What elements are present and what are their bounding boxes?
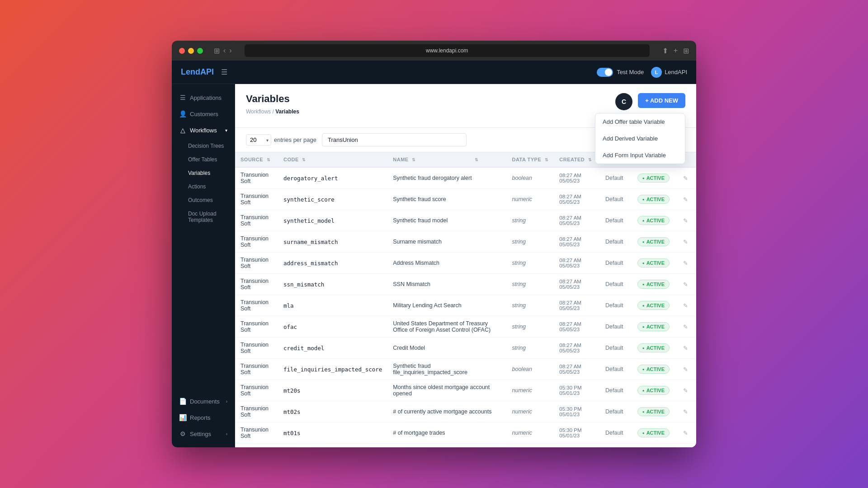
sidebar-item-settings[interactable]: ⚙ Settings ›	[172, 426, 235, 442]
table-row[interactable]: Transunion Soft ssn_mismatch SSN Mismatc…	[235, 274, 696, 295]
sidebar-item-documents[interactable]: 📄 Documents ›	[172, 393, 235, 409]
table-row[interactable]: Transunion Soft ofac United States Depar…	[235, 316, 696, 338]
toggle-switch[interactable]	[597, 68, 613, 77]
back-button[interactable]: ‹	[223, 47, 226, 55]
cell-edit-9[interactable]: ✎	[675, 359, 696, 380]
dropdown-item-form-input[interactable]: Add Form Input Variable	[595, 147, 685, 164]
cell-created-0: 08:27 AM 05/05/23	[554, 167, 600, 189]
cell-edit-10[interactable]: ✎	[675, 380, 696, 401]
edit-icon-3[interactable]: ✎	[680, 238, 691, 246]
col-source[interactable]: SOURCE ⇅	[235, 152, 278, 167]
status-badge-2: ACTIVE	[637, 216, 670, 225]
search-input[interactable]	[322, 133, 467, 146]
address-bar[interactable]: www.lendapi.com	[245, 44, 650, 57]
col-code[interactable]: CODE ⇅	[278, 152, 387, 167]
cell-edit-11[interactable]: ✎	[675, 401, 696, 422]
cell-created-6: 08:27 AM 05/05/23	[554, 295, 600, 316]
cell-edit-1[interactable]: ✎	[675, 189, 696, 210]
minimize-button[interactable]	[188, 48, 194, 54]
sidebar-item-reports[interactable]: 📊 Reports	[172, 409, 235, 426]
cell-edit-5[interactable]: ✎	[675, 274, 696, 295]
close-button[interactable]	[179, 48, 185, 54]
cell-edit-3[interactable]: ✎	[675, 231, 696, 253]
sidebar-label-documents: Documents	[190, 398, 220, 405]
col-created[interactable]: CREATED ⇅	[554, 152, 600, 167]
col-name[interactable]: NAME ⇅	[387, 152, 467, 167]
edit-icon-11[interactable]: ✎	[680, 408, 691, 416]
cell-code-4: address_mismatch	[278, 253, 387, 274]
table-row[interactable]: Transunion Soft file_inquiries_impacted_…	[235, 359, 696, 380]
edit-icon-6[interactable]: ✎	[680, 301, 691, 310]
status-badge-12: ACTIVE	[637, 428, 670, 437]
edit-icon-4[interactable]: ✎	[680, 259, 691, 267]
table-row[interactable]: Transunion Soft mt01s # of mortgage trad…	[235, 422, 696, 444]
sidebar-toggle-icon[interactable]: ⊞	[214, 47, 220, 55]
table-row[interactable]: Transunion Soft mt02s # of currently act…	[235, 401, 696, 422]
table-row[interactable]: Transunion Soft address_mismatch Address…	[235, 253, 696, 274]
sidebar-item-doc-upload[interactable]: Doc Upload Templates	[172, 207, 235, 227]
col-datatype[interactable]: DATA TYPE ⇅	[507, 152, 554, 167]
cell-edit-12[interactable]: ✎	[675, 422, 696, 444]
sidebar-item-applications[interactable]: ☰ Applications	[172, 89, 235, 106]
forward-button[interactable]: ›	[229, 47, 231, 55]
cell-edit-4[interactable]: ✎	[675, 253, 696, 274]
sidebar-label-settings: Settings	[190, 431, 211, 437]
cell-edit-0[interactable]: ✎	[675, 167, 696, 189]
edit-icon-1[interactable]: ✎	[680, 195, 691, 204]
cell-edit-6[interactable]: ✎	[675, 295, 696, 316]
cell-state-9: ACTIVE	[632, 359, 675, 380]
test-mode-toggle[interactable]: Test Mode	[597, 68, 644, 77]
share-icon[interactable]: ⬆	[662, 47, 668, 55]
table-row[interactable]: Transunion Soft mla Military Lending Act…	[235, 295, 696, 316]
table-row[interactable]: Transunion Soft mt20s Months since oldes…	[235, 380, 696, 401]
edit-icon-10[interactable]: ✎	[680, 386, 691, 395]
sidebar-item-actions[interactable]: Actions	[172, 180, 235, 193]
cell-type-0: Default	[600, 167, 632, 189]
breadcrumb-parent[interactable]: Workflows	[246, 108, 271, 115]
table-row[interactable]: Transunion Soft surname_mismatch Surname…	[235, 231, 696, 253]
sidebar-item-decision-trees[interactable]: Decision Trees	[172, 139, 235, 153]
sidebar-item-workflows[interactable]: △ Workflows ▾	[172, 122, 235, 138]
user-badge: L LendAPI	[651, 67, 687, 78]
table-row[interactable]: Transunion Soft synthetic_model Syntheti…	[235, 210, 696, 231]
edit-icon-2[interactable]: ✎	[680, 216, 691, 225]
sidebar-item-customers[interactable]: 👤 Customers	[172, 106, 235, 122]
table-row[interactable]: Transunion Soft synthetic_score Syntheti…	[235, 189, 696, 210]
edit-icon-9[interactable]: ✎	[680, 365, 691, 374]
logo: LendAPI	[181, 67, 214, 77]
cell-edit-7[interactable]: ✎	[675, 316, 696, 338]
cell-edit-8[interactable]: ✎	[675, 338, 696, 359]
new-tab-icon[interactable]: +	[674, 47, 678, 55]
cell-name-5: SSN Mismatch	[387, 274, 506, 295]
entries-select-input[interactable]: 20 50 100	[246, 134, 271, 145]
maximize-button[interactable]	[197, 48, 203, 54]
sidebar-item-offer-tables[interactable]: Offer Tables	[172, 153, 235, 166]
cell-edit-2[interactable]: ✎	[675, 210, 696, 231]
cell-edit-13[interactable]: ✎	[675, 444, 696, 448]
edit-icon-5[interactable]: ✎	[680, 280, 691, 289]
add-new-button[interactable]: + ADD NEW	[638, 93, 685, 108]
table-row[interactable]: Transunion Soft in34s Ratio of total bal…	[235, 444, 696, 448]
cell-source-0: Transunion Soft	[235, 167, 278, 189]
edit-icon-7[interactable]: ✎	[680, 323, 691, 331]
cell-name-0: Synthetic fraud derogatory alert	[387, 167, 506, 189]
cell-name-3: Surname mismatch	[387, 231, 506, 253]
table-row[interactable]: Transunion Soft credit_model Credit Mode…	[235, 338, 696, 359]
edit-icon-12[interactable]: ✎	[680, 429, 691, 437]
grid-icon[interactable]: ⊞	[683, 47, 689, 55]
sidebar-item-outcomes[interactable]: Outcomes	[172, 193, 235, 207]
sidebar-label-customers: Customers	[190, 111, 218, 117]
dropdown-item-derived[interactable]: Add Derived Variable	[595, 130, 685, 147]
menu-icon[interactable]: ☰	[221, 68, 227, 76]
cell-code-11: mt02s	[278, 401, 387, 422]
entries-select-wrapper[interactable]: 20 50 100	[246, 134, 271, 145]
cell-datatype-2: string	[507, 210, 554, 231]
cell-type-9: Default	[600, 359, 632, 380]
documents-icon: 📄	[179, 398, 186, 405]
table-row[interactable]: Transunion Soft derogatory_alert Synthet…	[235, 167, 696, 189]
sidebar-item-variables[interactable]: Variables	[172, 166, 235, 180]
cell-created-7: 08:27 AM 05/05/23	[554, 316, 600, 338]
edit-icon-8[interactable]: ✎	[680, 344, 691, 352]
edit-icon-0[interactable]: ✎	[680, 174, 691, 183]
dropdown-item-offer-table[interactable]: Add Offer table Variable	[595, 113, 685, 130]
